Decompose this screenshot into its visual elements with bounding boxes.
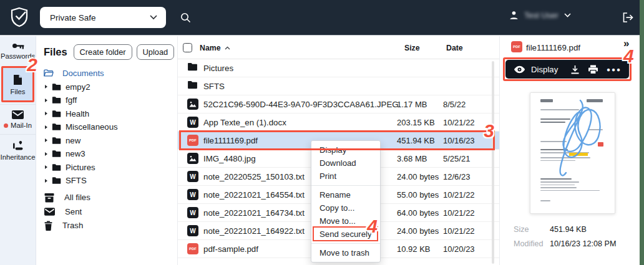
tree-folder[interactable]: Pictures xyxy=(36,161,177,175)
display-button[interactable]: Display xyxy=(531,65,558,74)
expand-arrow-icon[interactable] xyxy=(45,165,47,169)
expand-arrow-icon[interactable] xyxy=(45,85,47,89)
file-name: IMG_4480.jpg xyxy=(203,154,256,163)
select-all-checkbox[interactable] xyxy=(183,43,192,52)
tree-folder[interactable]: fgff xyxy=(36,94,177,107)
menu-item-print[interactable]: Print xyxy=(311,170,380,183)
file-date: 8/5/22 xyxy=(443,100,466,109)
column-header-name[interactable]: Name xyxy=(200,44,230,52)
tree-link-all-files[interactable]: All files xyxy=(36,191,177,205)
expand-arrow-icon[interactable] xyxy=(45,138,47,142)
screenshot-edge-strip xyxy=(640,0,644,265)
user-icon xyxy=(509,11,519,20)
file-name: 52C21C96-590D-44E3-9A70-9F3D3CCA8A61.JPE… xyxy=(203,100,399,109)
context-menu: DisplayDownloadPrintRenameCopy to...Move… xyxy=(311,140,381,263)
table-row[interactable]: WApp Texte_en (1).docx203.15 KB10/21/22 xyxy=(178,113,499,132)
file-name: pdf-sample.pdf xyxy=(203,244,258,254)
download-icon[interactable] xyxy=(570,65,580,74)
menu-item-display[interactable]: Display xyxy=(311,143,380,157)
word-file-icon: W xyxy=(187,171,198,182)
expand-arrow-icon[interactable] xyxy=(45,112,47,115)
more-options-icon[interactable]: ●●● xyxy=(607,66,622,73)
file-name: note_20220525_150103.txt xyxy=(203,172,305,181)
file-date: 10/21/22 xyxy=(443,118,475,127)
sidebar-item-mail-in[interactable]: Mail-In xyxy=(0,105,36,134)
tree-folder-label: Miscellaneous xyxy=(66,122,118,132)
expand-arrow-icon[interactable] xyxy=(45,99,47,102)
table-row[interactable]: 52C21C96-590D-44E3-9A70-9F3D3CCA8A61.JPE… xyxy=(178,95,499,113)
tree-folder[interactable]: Miscellaneous xyxy=(36,120,177,134)
create-folder-button[interactable]: Create folder xyxy=(74,44,132,60)
eye-icon[interactable] xyxy=(514,65,525,74)
sidebar-item-label: Inheritance xyxy=(1,153,36,161)
file-name: note_20221021_164734.txt xyxy=(203,208,305,218)
tree-folder-label: fgff xyxy=(66,95,77,105)
menu-item-move-to-trash[interactable]: Move to trash xyxy=(311,246,380,259)
file-date: 12/6/23 xyxy=(443,172,470,181)
file-name: note_20221021_164922.txt xyxy=(203,226,305,236)
safe-selector-dropdown[interactable]: Private Safe xyxy=(40,7,166,28)
user-menu[interactable]: Test User xyxy=(509,11,571,20)
sidebar-item-files[interactable]: 2 Files xyxy=(1,66,34,102)
detail-label: Size xyxy=(514,225,550,234)
tree-folder-label: Pictures xyxy=(66,163,95,172)
app-window: Private Safe Test User Passwords xyxy=(0,0,644,265)
expand-arrow-icon[interactable] xyxy=(45,179,47,183)
pdf-file-icon: PDF xyxy=(187,243,198,254)
key-icon xyxy=(12,42,24,50)
collapse-panel-icon[interactable]: » xyxy=(623,37,629,50)
column-header-date[interactable]: Date xyxy=(446,44,463,52)
upload-button[interactable]: Upload xyxy=(137,44,175,60)
menu-item-move-to[interactable]: Move to... xyxy=(311,214,380,228)
archive-icon xyxy=(44,193,54,203)
search-icon[interactable] xyxy=(180,12,191,26)
word-file-icon: W xyxy=(187,117,198,128)
sidebar-item-passwords[interactable]: Passwords xyxy=(0,36,36,65)
detail-label: Modified xyxy=(514,239,550,248)
image-file-icon xyxy=(187,153,198,164)
tree-folder[interactable]: empy2 xyxy=(36,80,177,94)
tree-folder[interactable]: SFTS xyxy=(36,174,177,188)
folder-icon xyxy=(52,123,61,131)
file-size: 1.17 MB xyxy=(397,100,427,109)
menu-item-copy-to[interactable]: Copy to... xyxy=(311,201,380,214)
vertical-scrollbar[interactable] xyxy=(492,61,494,264)
menu-item-rename[interactable]: Rename xyxy=(311,188,380,201)
table-row[interactable]: Pictures xyxy=(178,59,499,77)
tree-folder-label: SFTS xyxy=(66,176,87,185)
tree-link-sent[interactable]: Sent xyxy=(36,205,177,219)
expand-arrow-icon[interactable] xyxy=(45,152,47,156)
file-size: 3.68 MB xyxy=(397,154,427,163)
tree-folder[interactable]: new3 xyxy=(36,147,177,161)
menu-item-send-securely[interactable]: Send securely4 xyxy=(311,228,380,241)
preview-toolbar: Display ●●● xyxy=(505,60,629,79)
print-icon[interactable] xyxy=(588,65,598,74)
table-row[interactable]: SFTS xyxy=(178,77,499,95)
tree-folder-documents[interactable]: Documents xyxy=(36,67,177,80)
app-sidebar: Passwords 2 Files Mail-In Inheritance xyxy=(0,36,36,265)
sidebar-item-inheritance[interactable]: Inheritance xyxy=(0,135,36,166)
pdf-preview-thumbnail[interactable] xyxy=(530,92,615,214)
tree-folder[interactable]: Health xyxy=(36,107,177,121)
open-folder-icon xyxy=(44,69,54,77)
divider xyxy=(311,185,380,186)
word-file-icon: W xyxy=(187,189,198,200)
sidebar-item-label: Mail-In xyxy=(11,122,32,129)
file-date: 10/21/22 xyxy=(443,226,475,236)
logout-icon[interactable] xyxy=(622,12,634,26)
file-name: note_20221021_164554.txt xyxy=(203,190,305,200)
preview-panel: PDF file1111169.pdf » 4 Display ●●● xyxy=(499,36,640,265)
folder-icon xyxy=(187,80,198,89)
expand-arrow-icon[interactable] xyxy=(45,125,47,129)
file-date: 10/21/22 xyxy=(443,208,475,218)
folder-icon xyxy=(52,163,61,171)
chevron-down-icon xyxy=(564,13,571,17)
tree-link-trash[interactable]: Trash xyxy=(36,219,177,233)
menu-item-download[interactable]: Download xyxy=(311,157,380,170)
tree-folder[interactable]: new xyxy=(36,134,177,148)
file-date: 5/25/21 xyxy=(443,154,470,163)
detail-value: 451.94 KB xyxy=(550,225,587,234)
tree-link-label: All files xyxy=(64,193,90,202)
user-name: Test User xyxy=(524,11,559,20)
column-header-size[interactable]: Size xyxy=(404,44,420,52)
